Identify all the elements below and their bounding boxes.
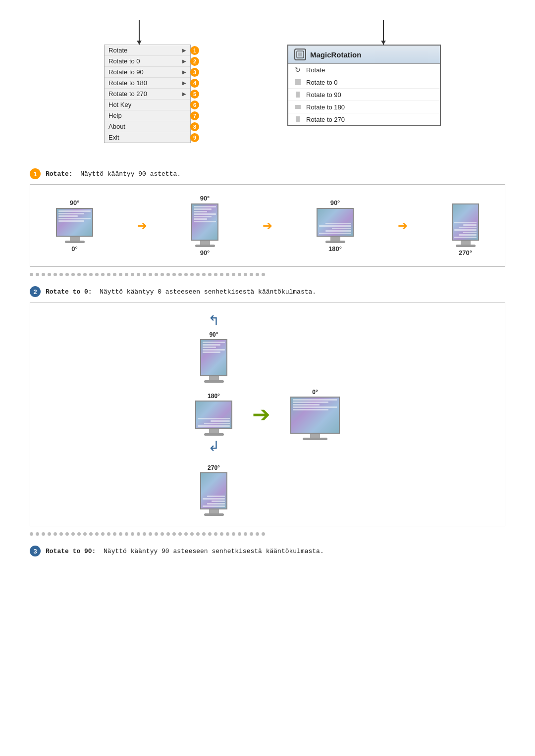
panel-item-label-rotate90: Rotate to 90 xyxy=(306,91,341,99)
section-3: 3 Rotate to 90: Näyttö kääntyy 90 astees… xyxy=(30,546,505,556)
section-1-header: 1 Rotate: Näyttö kääntyy 90 astetta. xyxy=(30,168,505,179)
dot xyxy=(42,532,45,536)
screen2-portrait-270 xyxy=(200,472,227,509)
dot xyxy=(77,532,81,536)
dot xyxy=(238,532,241,536)
base2-270 xyxy=(204,513,224,516)
dot xyxy=(48,273,51,276)
dot xyxy=(59,273,63,276)
dot xyxy=(208,273,212,276)
section-3-header: 3 Rotate to 90: Näyttö kääntyy 90 astees… xyxy=(30,546,505,556)
dot xyxy=(30,532,33,536)
monitor2-180: 180° xyxy=(195,393,232,454)
section-2: 2 Rotate to 0: Näyttö kääntyy 0 asteesee… xyxy=(30,286,505,536)
dot xyxy=(202,273,206,276)
dot xyxy=(101,532,105,536)
panel-item-rotate[interactable]: ↻ Rotate xyxy=(288,64,440,76)
arrow-2: ➔ xyxy=(263,219,272,233)
rotate180-icon xyxy=(293,102,302,111)
stand2-180 xyxy=(209,429,219,433)
green-arrow: ➔ xyxy=(252,402,270,427)
dot xyxy=(155,273,158,276)
menu-item-help[interactable]: Help 7 xyxy=(105,110,190,121)
stand-180 xyxy=(330,237,340,241)
dot xyxy=(220,273,223,276)
rotate-icon: ↻ xyxy=(293,65,302,74)
dot xyxy=(65,532,69,536)
dot xyxy=(220,532,223,536)
menu-label-rotate180: Rotate to 180 xyxy=(108,79,147,87)
screen-landscape-180 xyxy=(317,208,354,237)
screen-portrait-270 xyxy=(452,203,479,241)
section-2-image: ↰ 90° xyxy=(30,302,505,526)
menu-item-rotate180[interactable]: Rotate to 180 ▶ 4 xyxy=(105,78,190,89)
dot xyxy=(149,532,152,536)
rotate90-icon xyxy=(293,90,302,99)
dot xyxy=(77,273,81,276)
section-2-badge: 2 xyxy=(30,286,41,297)
dot xyxy=(214,273,217,276)
base2-180 xyxy=(204,433,224,436)
dot xyxy=(155,532,158,536)
panel-item-rotate0[interactable]: Rotate to 0 xyxy=(288,76,440,89)
dot xyxy=(36,273,39,276)
svg-rect-2 xyxy=(295,79,301,85)
dot xyxy=(166,532,170,536)
stand2-0 xyxy=(310,434,320,438)
base2-90 xyxy=(204,380,224,383)
panel-item-label-rotate: Rotate xyxy=(306,66,325,74)
menu-item-about[interactable]: About 8 xyxy=(105,121,190,132)
dot xyxy=(226,532,229,536)
screen2-landscape-0 xyxy=(290,397,340,434)
menu-item-rotate[interactable]: Rotate ▶ 1 xyxy=(105,45,190,56)
arrow-right xyxy=(383,20,384,45)
menu-item-hotkey[interactable]: Hot Key 6 xyxy=(105,100,190,110)
menu-item-rotate270[interactable]: Rotate to 270 ▶ 5 xyxy=(105,89,190,100)
dot xyxy=(262,273,265,276)
degree-top-2: 90° xyxy=(200,195,210,202)
dot xyxy=(244,273,247,276)
menu-item-exit[interactable]: Exit 9 xyxy=(105,132,190,143)
svg-rect-5 xyxy=(296,116,300,122)
dot xyxy=(166,273,170,276)
curved-arrow-bottom: ↲ xyxy=(208,438,219,454)
dot xyxy=(184,532,188,536)
dot xyxy=(54,273,57,276)
dot xyxy=(113,273,116,276)
dot xyxy=(178,273,182,276)
menu-label-rotate0: Rotate to 0 xyxy=(108,57,140,65)
section-1-title: Rotate: Näyttö kääntyy 90 astetta. xyxy=(46,170,181,178)
menu-label-about: About xyxy=(108,123,125,130)
panel-item-rotate180[interactable]: Rotate to 180 xyxy=(288,101,440,113)
separator-1 xyxy=(30,273,505,276)
separator-2 xyxy=(30,532,505,536)
dot xyxy=(137,273,140,276)
dot xyxy=(196,532,200,536)
panel-item-rotate270[interactable]: Rotate to 270 xyxy=(288,113,440,125)
dot xyxy=(143,532,146,536)
dot xyxy=(262,532,265,536)
dot xyxy=(196,273,200,276)
badge-4: 4 xyxy=(190,79,199,88)
dot xyxy=(54,532,57,536)
menu-item-rotate90[interactable]: Rotate to 90 ▶ 3 xyxy=(105,67,190,78)
dot xyxy=(238,273,241,276)
monitor-0deg: 90° 0° xyxy=(56,199,93,252)
dot xyxy=(214,532,217,536)
diagram-container: Rotate ▶ 1 Rotate to 0 ▶ 2 Rotate to 90 … xyxy=(94,20,441,149)
menu-label-exit: Exit xyxy=(108,134,119,141)
monitor2-0: 0° xyxy=(290,389,340,440)
panel-item-rotate90[interactable]: Rotate to 90 xyxy=(288,89,440,101)
base-0 xyxy=(65,241,85,243)
badge-1: 1 xyxy=(190,46,199,55)
menu-item-rotate0[interactable]: Rotate to 0 ▶ 2 xyxy=(105,56,190,67)
dot xyxy=(36,532,39,536)
dot xyxy=(190,273,194,276)
badge-3: 3 xyxy=(190,68,199,77)
degree-top-3: 90° xyxy=(330,199,340,206)
panel-item-label-rotate0: Rotate to 0 xyxy=(306,79,338,86)
dot xyxy=(65,273,69,276)
dot xyxy=(184,273,188,276)
stand2-270 xyxy=(209,509,219,513)
monitor2-270: 270° xyxy=(200,464,227,516)
